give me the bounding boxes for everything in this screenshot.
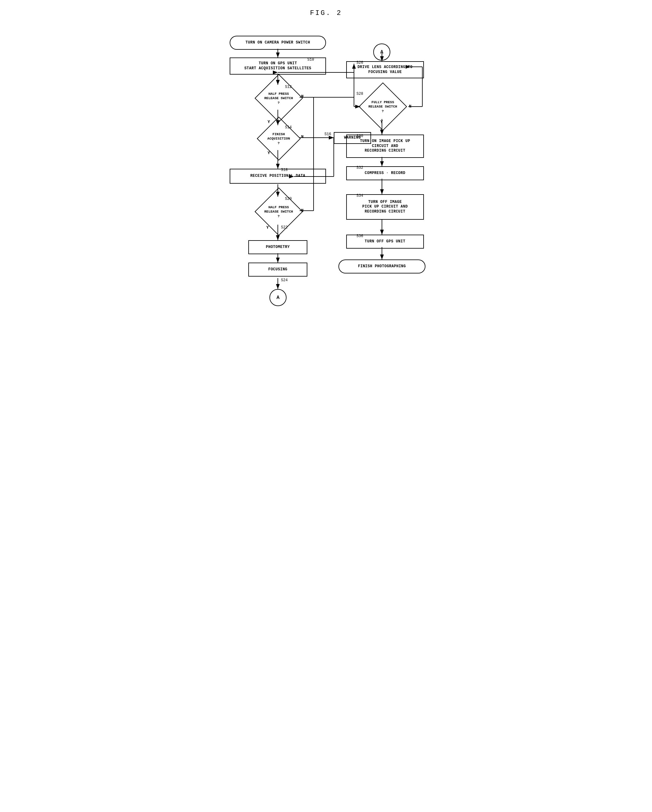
s32-node: COMPRESS · RECORD [346,166,424,180]
s28-n-label: N [409,104,411,109]
a-circle-bottom: A [269,289,287,306]
s36-node: TURN OFF GPS UNIT [346,235,424,249]
s20-n-label: N [301,208,304,213]
s14-y-label: Y [267,151,270,156]
arrows-svg [217,26,435,710]
s20-y-label: Y [266,225,269,230]
s26-node: DRIVE LENS ACCORDING TO FOCUSING VALUE [346,61,424,78]
start-node: TURN ON CAMERA POWER SWITCH [230,36,326,50]
s10-node: TURN ON GPS UNIT START ACQUISITION SATEL… [230,58,326,75]
s14-diamond: FINISH ACQUISITION? [251,125,306,152]
s20-diamond: HALF PRESSRELEASE SWITCH? [251,197,306,226]
s12-n-label: N [301,94,304,99]
fig-title: FIG. 2 [217,9,435,17]
s18-node: RECEIVE POSITIONAL DATA [230,169,326,184]
s30-node: TURN ON IMAGE PICK UP CIRCUIT AND RECORD… [346,134,424,158]
label-s22: S22 [281,225,288,230]
label-s24: S24 [281,278,288,282]
s14-n-label: N [301,134,304,139]
s22-node: PHOTOMETRY [248,240,307,254]
s12-y-label: Y [267,120,270,124]
s28-diamond: FULLY PRESSRELEASE SWITCH? [356,92,410,121]
s28-y-label: Y [380,120,383,124]
s12-diamond: HALF PRESSRELEASE SWITCH? [251,85,306,111]
s34-node: TURN OFF IMAGE PICK UP CIRCUIT AND RECOR… [346,194,424,220]
focusing-node: FOCUSING [248,263,307,276]
a-circle-top: A [373,44,390,61]
end-node: FINISH PHOTOGRAPHING [339,259,426,273]
diagram-container: FIG. 2 [217,6,435,710]
label-s16: S16 [324,132,331,136]
flowchart: TURN ON CAMERA POWER SWITCH S10 TURN ON … [217,26,435,710]
